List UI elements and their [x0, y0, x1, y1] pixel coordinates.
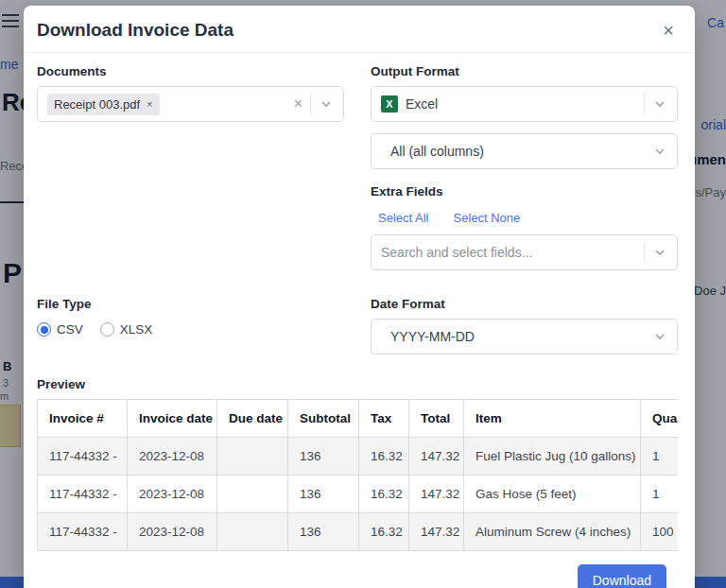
file-type-label: File Type — [37, 297, 344, 311]
download-invoice-data-modal: Download Invoice Data × Documents Receip… — [24, 6, 695, 588]
indicator-separator — [310, 94, 311, 114]
indicator-separator — [644, 94, 645, 114]
cell-item: Fuel Plastic Jug (10 gallons) — [464, 438, 641, 476]
modal-footer: Download — [24, 551, 695, 588]
cell-invoice-number: 117-44332 - — [38, 513, 128, 551]
cell-due-date — [217, 513, 288, 551]
output-format-field: Output Format X Excel All (all columns) — [371, 64, 678, 270]
cell-tax: 16.32 — [359, 438, 409, 476]
cell-invoice-date: 2023-12-08 — [128, 438, 217, 476]
radio-xlsx[interactable] — [100, 322, 114, 337]
file-type-field: File Type CSV XLSX — [37, 297, 344, 355]
radio-csv-label: CSV — [57, 322, 83, 337]
extra-fields-links: Select All Select None — [378, 211, 678, 225]
cell-subtotal: 136 — [288, 438, 359, 476]
documents-field: Documents Receipt 003.pdf × × — [37, 64, 344, 270]
col-subtotal: Subtotal — [288, 400, 359, 438]
cell-total: 147.32 — [409, 476, 464, 513]
col-tax: Tax — [359, 400, 409, 438]
date-format-select[interactable]: YYYY-MM-DD — [371, 319, 678, 355]
date-format-field: Date Format YYYY-MM-DD — [371, 297, 678, 355]
select-none-link[interactable]: Select None — [453, 211, 520, 225]
cell-invoice-date: 2023-12-08 — [128, 476, 217, 513]
modal-body: Documents Receipt 003.pdf × × — [24, 53, 695, 551]
excel-icon: X — [381, 95, 398, 112]
clear-selection-icon[interactable]: × — [294, 96, 302, 112]
col-due-date: Due date — [217, 400, 288, 438]
cell-quantity: 1 — [641, 438, 679, 476]
table-row: 117-44332 - 2023-12-08 136 16.32 147.32 … — [38, 438, 679, 476]
search-fields-input[interactable] — [381, 245, 636, 260]
table-row: 117-44332 - 2023-12-08 136 16.32 147.32 … — [38, 513, 679, 551]
date-format-label: Date Format — [371, 297, 678, 311]
chevron-down-icon[interactable] — [652, 144, 667, 159]
preview-label: Preview — [37, 377, 678, 391]
cell-tax: 16.32 — [359, 513, 409, 551]
modal-header: Download Invoice Data × — [24, 6, 695, 53]
chevron-down-icon[interactable] — [652, 245, 667, 260]
columns-select-value: All (all columns) — [381, 144, 484, 159]
chevron-down-icon[interactable] — [319, 96, 334, 112]
selected-document-tag: Receipt 003.pdf × — [47, 94, 160, 115]
radio-csv-selected[interactable] — [37, 322, 51, 337]
date-format-value: YYYY-MM-DD — [381, 329, 475, 344]
col-invoice-date: Invoice date — [128, 400, 217, 438]
screen: Ca me Re orial Rece cumen Bills/Pay P S:… — [0, 0, 726, 588]
chevron-down-icon[interactable] — [652, 96, 667, 112]
download-button[interactable]: Download — [578, 564, 666, 588]
cell-invoice-number: 117-44332 - — [38, 438, 128, 476]
output-format-select[interactable]: X Excel — [371, 86, 678, 122]
col-invoice-number: Invoice # — [38, 400, 128, 438]
radio-option-xlsx[interactable]: XLSX — [100, 322, 153, 337]
cell-tax: 16.32 — [359, 476, 409, 513]
cell-invoice-number: 117-44332 - — [38, 476, 128, 513]
cell-quantity: 1 — [641, 476, 679, 513]
selected-document-name: Receipt 003.pdf — [54, 97, 140, 112]
cell-due-date — [217, 476, 288, 513]
cell-total: 147.32 — [409, 438, 464, 476]
cell-invoice-date: 2023-12-08 — [128, 513, 217, 551]
radio-option-csv[interactable]: CSV — [37, 322, 83, 337]
indicator-separator — [644, 242, 645, 263]
cell-due-date — [217, 438, 288, 476]
col-quantity: Quan — [641, 400, 679, 438]
col-total: Total — [409, 400, 464, 438]
documents-multiselect[interactable]: Receipt 003.pdf × × — [37, 86, 344, 122]
radio-xlsx-label: XLSX — [120, 322, 153, 337]
output-format-value: Excel — [406, 96, 438, 112]
remove-tag-icon[interactable]: × — [147, 98, 152, 110]
cell-item: Gas Hose (5 feet) — [464, 476, 641, 513]
cell-item: Aluminum Screw (4 inches) — [464, 513, 641, 551]
table-header-row: Invoice # Invoice date Due date Subtotal… — [38, 400, 679, 438]
select-all-link[interactable]: Select All — [378, 211, 428, 225]
extra-fields-label: Extra Fields — [371, 184, 678, 199]
col-item: Item — [464, 400, 641, 438]
cell-subtotal: 136 — [288, 513, 359, 551]
columns-select[interactable]: All (all columns) — [371, 133, 678, 169]
cell-quantity: 100 — [641, 513, 679, 551]
close-icon[interactable]: × — [663, 21, 674, 40]
chevron-down-icon[interactable] — [652, 329, 667, 344]
output-format-label: Output Format — [371, 64, 678, 78]
documents-label: Documents — [37, 64, 344, 78]
preview-section: Preview Invoice # Invoice date Due date — [37, 377, 678, 551]
table-row: 117-44332 - 2023-12-08 136 16.32 147.32 … — [38, 476, 679, 513]
preview-table-container[interactable]: Invoice # Invoice date Due date Subtotal… — [37, 399, 678, 551]
cell-subtotal: 136 — [288, 476, 359, 513]
preview-table: Invoice # Invoice date Due date Subtotal… — [37, 399, 678, 551]
modal-title: Download Invoice Data — [37, 20, 233, 41]
extra-fields-search[interactable] — [371, 234, 678, 270]
cell-total: 147.32 — [409, 513, 464, 551]
